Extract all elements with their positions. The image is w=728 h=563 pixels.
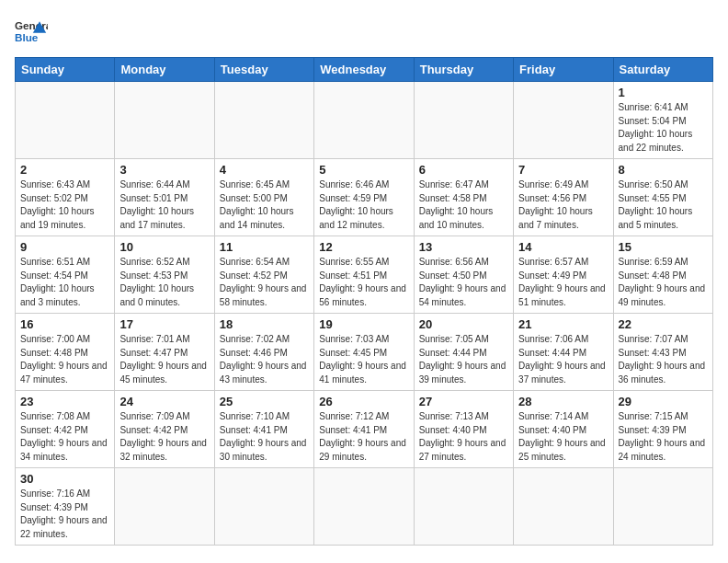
day-number: 2 xyxy=(20,163,109,177)
day-number: 5 xyxy=(319,163,408,177)
day-info: Sunrise: 7:13 AM Sunset: 4:40 PM Dayligh… xyxy=(419,410,508,464)
day-number: 13 xyxy=(419,240,508,254)
day-info: Sunrise: 7:02 AM Sunset: 4:46 PM Dayligh… xyxy=(220,333,309,386)
day-number: 4 xyxy=(220,163,309,177)
calendar-cell xyxy=(214,82,313,159)
day-info: Sunrise: 7:10 AM Sunset: 4:41 PM Dayligh… xyxy=(220,410,309,464)
calendar-cell: 2Sunrise: 6:43 AM Sunset: 5:02 PM Daylig… xyxy=(16,159,115,236)
calendar-cell xyxy=(414,82,513,159)
day-info: Sunrise: 6:54 AM Sunset: 4:52 PM Dayligh… xyxy=(220,256,309,309)
day-number: 24 xyxy=(119,395,209,408)
calendar-cell: 8Sunrise: 6:50 AM Sunset: 4:55 PM Daylig… xyxy=(613,159,712,236)
day-number: 18 xyxy=(220,317,309,331)
calendar-cell: 24Sunrise: 7:09 AM Sunset: 4:42 PM Dayli… xyxy=(115,391,214,468)
dow-header-thursday: Thursday xyxy=(414,58,513,82)
calendar-cell xyxy=(115,82,214,159)
dow-header-tuesday: Tuesday xyxy=(214,58,313,82)
calendar-cell: 1Sunrise: 6:41 AM Sunset: 5:04 PM Daylig… xyxy=(613,82,712,159)
calendar-cell: 29Sunrise: 7:15 AM Sunset: 4:39 PM Dayli… xyxy=(613,391,712,468)
day-info: Sunrise: 6:44 AM Sunset: 5:01 PM Dayligh… xyxy=(119,178,209,232)
calendar-cell: 23Sunrise: 7:08 AM Sunset: 4:42 PM Dayli… xyxy=(16,391,115,468)
day-number: 10 xyxy=(119,240,209,254)
calendar-cell: 16Sunrise: 7:00 AM Sunset: 4:48 PM Dayli… xyxy=(16,314,115,391)
day-number: 6 xyxy=(419,163,508,177)
day-number: 20 xyxy=(419,317,508,331)
calendar-table: SundayMondayTuesdayWednesdayThursdayFrid… xyxy=(15,57,713,546)
calendar-cell: 7Sunrise: 6:49 AM Sunset: 4:56 PM Daylig… xyxy=(514,159,613,236)
day-number: 30 xyxy=(20,472,109,486)
calendar-cell: 28Sunrise: 7:14 AM Sunset: 4:40 PM Dayli… xyxy=(514,391,613,468)
day-info: Sunrise: 6:55 AM Sunset: 4:51 PM Dayligh… xyxy=(319,256,408,309)
day-info: Sunrise: 7:00 AM Sunset: 4:48 PM Dayligh… xyxy=(20,333,109,386)
day-info: Sunrise: 6:49 AM Sunset: 4:56 PM Dayligh… xyxy=(518,178,608,232)
calendar-cell: 3Sunrise: 6:44 AM Sunset: 5:01 PM Daylig… xyxy=(115,159,214,236)
calendar-cell: 13Sunrise: 6:56 AM Sunset: 4:50 PM Dayli… xyxy=(414,236,513,314)
calendar-cell: 11Sunrise: 6:54 AM Sunset: 4:52 PM Dayli… xyxy=(214,236,313,314)
calendar-cell: 19Sunrise: 7:03 AM Sunset: 4:45 PM Dayli… xyxy=(314,314,414,391)
day-number: 27 xyxy=(419,395,508,408)
calendar-cell: 17Sunrise: 7:01 AM Sunset: 4:47 PM Dayli… xyxy=(115,314,214,391)
day-info: Sunrise: 7:03 AM Sunset: 4:45 PM Dayligh… xyxy=(319,333,408,386)
day-info: Sunrise: 7:06 AM Sunset: 4:44 PM Dayligh… xyxy=(518,333,608,386)
calendar-cell: 22Sunrise: 7:07 AM Sunset: 4:43 PM Dayli… xyxy=(613,314,712,391)
calendar-cell xyxy=(514,82,613,159)
day-info: Sunrise: 6:57 AM Sunset: 4:49 PM Dayligh… xyxy=(518,256,608,309)
calendar-cell xyxy=(16,82,115,159)
calendar-cell xyxy=(314,82,414,159)
calendar-header: General Blue xyxy=(15,15,713,48)
calendar-cell: 18Sunrise: 7:02 AM Sunset: 4:46 PM Dayli… xyxy=(214,314,313,391)
calendar-cell xyxy=(214,468,313,546)
day-number: 19 xyxy=(319,317,408,331)
dow-header-wednesday: Wednesday xyxy=(314,58,414,82)
day-info: Sunrise: 7:09 AM Sunset: 4:42 PM Dayligh… xyxy=(119,410,209,464)
day-number: 3 xyxy=(119,163,209,177)
day-number: 9 xyxy=(20,240,109,254)
day-number: 8 xyxy=(619,163,708,177)
calendar-cell: 25Sunrise: 7:10 AM Sunset: 4:41 PM Dayli… xyxy=(214,391,313,468)
day-number: 25 xyxy=(220,395,309,408)
day-number: 12 xyxy=(319,240,408,254)
day-info: Sunrise: 6:45 AM Sunset: 5:00 PM Dayligh… xyxy=(220,178,309,232)
calendar-cell: 5Sunrise: 6:46 AM Sunset: 4:59 PM Daylig… xyxy=(314,159,414,236)
calendar-cell: 21Sunrise: 7:06 AM Sunset: 4:44 PM Dayli… xyxy=(514,314,613,391)
day-info: Sunrise: 6:47 AM Sunset: 4:58 PM Dayligh… xyxy=(419,178,508,232)
day-number: 22 xyxy=(619,317,708,331)
day-info: Sunrise: 7:05 AM Sunset: 4:44 PM Dayligh… xyxy=(419,333,508,386)
day-number: 14 xyxy=(518,240,608,254)
day-number: 7 xyxy=(518,163,608,177)
calendar-cell: 9Sunrise: 6:51 AM Sunset: 4:54 PM Daylig… xyxy=(16,236,115,314)
calendar-cell: 14Sunrise: 6:57 AM Sunset: 4:49 PM Dayli… xyxy=(514,236,613,314)
logo-icon: General Blue xyxy=(15,15,48,48)
day-info: Sunrise: 6:50 AM Sunset: 4:55 PM Dayligh… xyxy=(619,178,708,232)
day-info: Sunrise: 6:46 AM Sunset: 4:59 PM Dayligh… xyxy=(319,178,408,232)
day-number: 23 xyxy=(20,395,109,408)
day-info: Sunrise: 7:01 AM Sunset: 4:47 PM Dayligh… xyxy=(119,333,209,386)
calendar-cell: 30Sunrise: 7:16 AM Sunset: 4:39 PM Dayli… xyxy=(16,468,115,546)
calendar-cell xyxy=(115,468,214,546)
calendar-cell: 4Sunrise: 6:45 AM Sunset: 5:00 PM Daylig… xyxy=(214,159,313,236)
calendar-cell: 10Sunrise: 6:52 AM Sunset: 4:53 PM Dayli… xyxy=(115,236,214,314)
dow-header-friday: Friday xyxy=(514,58,613,82)
day-info: Sunrise: 7:14 AM Sunset: 4:40 PM Dayligh… xyxy=(518,410,608,464)
day-number: 15 xyxy=(619,240,708,254)
day-number: 21 xyxy=(518,317,608,331)
calendar-cell: 6Sunrise: 6:47 AM Sunset: 4:58 PM Daylig… xyxy=(414,159,513,236)
day-number: 17 xyxy=(119,317,209,331)
day-number: 1 xyxy=(619,86,708,99)
calendar-cell xyxy=(514,468,613,546)
calendar-cell: 20Sunrise: 7:05 AM Sunset: 4:44 PM Dayli… xyxy=(414,314,513,391)
dow-header-monday: Monday xyxy=(115,58,214,82)
calendar-cell xyxy=(314,468,414,546)
day-info: Sunrise: 6:43 AM Sunset: 5:02 PM Dayligh… xyxy=(20,178,109,232)
calendar-cell: 15Sunrise: 6:59 AM Sunset: 4:48 PM Dayli… xyxy=(613,236,712,314)
day-number: 26 xyxy=(319,395,408,408)
day-number: 11 xyxy=(220,240,309,254)
calendar-cell xyxy=(414,468,513,546)
day-info: Sunrise: 6:41 AM Sunset: 5:04 PM Dayligh… xyxy=(619,101,708,155)
day-info: Sunrise: 6:52 AM Sunset: 4:53 PM Dayligh… xyxy=(119,256,209,309)
day-number: 29 xyxy=(619,395,708,408)
day-info: Sunrise: 7:15 AM Sunset: 4:39 PM Dayligh… xyxy=(619,410,708,464)
day-info: Sunrise: 7:07 AM Sunset: 4:43 PM Dayligh… xyxy=(619,333,708,386)
day-number: 28 xyxy=(518,395,608,408)
dow-header-sunday: Sunday xyxy=(16,58,115,82)
